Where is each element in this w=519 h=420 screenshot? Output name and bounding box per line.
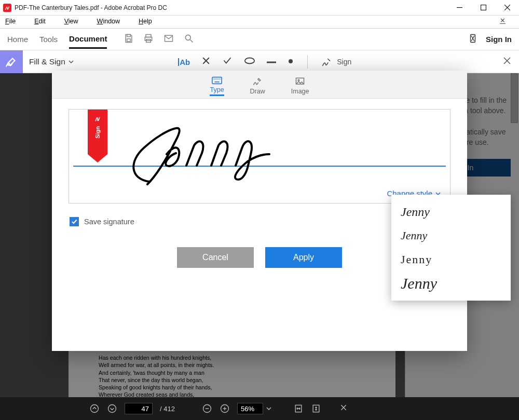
menu-file[interactable]: File	[5, 18, 25, 25]
svg-point-11	[186, 35, 191, 40]
fit-page-icon[interactable]	[311, 403, 321, 414]
menubar-close-icon[interactable]: ✕	[500, 17, 506, 24]
page-total: / 412	[160, 405, 175, 413]
menu-help[interactable]: Help	[139, 18, 161, 25]
zoom-in-icon[interactable]	[220, 403, 230, 414]
x-tool-icon[interactable]	[201, 56, 211, 67]
bottombar-close-icon[interactable]	[339, 403, 348, 414]
dot-tool-icon[interactable]	[288, 57, 294, 66]
sign-tool-label: Sign	[337, 58, 351, 66]
close-toolbar-icon[interactable]	[502, 56, 512, 67]
save-signature-label: Save signature	[84, 218, 134, 226]
tab-tools[interactable]: Tools	[39, 31, 58, 48]
scrollbar[interactable]	[511, 73, 518, 123]
dialog-tab-bar: Type Draw Image	[52, 71, 467, 99]
fit-width-icon[interactable]	[293, 403, 304, 414]
toolbar-divider	[307, 55, 308, 69]
page-up-icon[interactable]	[89, 403, 100, 414]
cancel-button[interactable]: Cancel	[177, 247, 254, 268]
image-icon	[294, 76, 306, 87]
minimize-button[interactable]	[447, 0, 471, 15]
search-icon[interactable]	[184, 33, 194, 46]
window-title: PDF-The Canterbury Tales.pdf - Adobe Acr…	[15, 4, 447, 11]
menu-window[interactable]: Window	[97, 18, 129, 25]
chevron-down-icon	[69, 59, 74, 64]
svg-rect-2	[481, 5, 486, 10]
fill-sign-badge-icon	[0, 50, 23, 73]
fill-sign-dropdown[interactable]: Fill & Sign	[29, 57, 74, 66]
signature-style-popup: Jenny Jenny Jenny Jenny	[391, 195, 511, 301]
apply-button[interactable]: Apply	[265, 247, 342, 268]
page-down-icon[interactable]	[107, 403, 117, 414]
sign-ribbon: Sign	[88, 110, 107, 154]
save-signature-checkbox[interactable]	[70, 217, 79, 226]
menu-bar: File Edit View Window Help ✕	[0, 16, 519, 27]
tab-home[interactable]: Home	[7, 31, 28, 48]
zoom-out-icon[interactable]	[202, 403, 212, 414]
svg-rect-34	[212, 77, 222, 84]
svg-point-18	[245, 58, 254, 63]
acrobat-logo-icon	[93, 114, 102, 123]
sign-tool[interactable]: Sign	[321, 56, 351, 67]
top-tab-bar: Home Tools Document Sign In	[0, 29, 519, 50]
maximize-button[interactable]	[471, 0, 495, 15]
signature-text	[119, 112, 306, 189]
zoom-dropdown-icon[interactable]	[266, 406, 271, 411]
style-option-4[interactable]: Jenny	[391, 272, 511, 295]
title-bar: PDF-The Canterbury Tales.pdf - Adobe Acr…	[0, 0, 519, 16]
style-option-2[interactable]: Jenny	[391, 224, 511, 248]
fill-sign-toolbar: Fill & Sign |Ab Sign	[0, 50, 519, 73]
circle-tool-icon[interactable]	[244, 57, 255, 67]
acrobat-icon	[3, 4, 11, 12]
print-icon[interactable]	[143, 33, 154, 46]
menu-view[interactable]: View	[64, 18, 88, 25]
signature-icon	[321, 56, 333, 67]
svg-point-23	[91, 405, 99, 413]
mail-icon[interactable]	[163, 33, 174, 46]
menu-edit[interactable]: Edit	[34, 18, 55, 25]
text-tool[interactable]: |Ab	[177, 57, 190, 66]
svg-rect-6	[127, 38, 131, 41]
page-number-input[interactable]	[125, 403, 153, 414]
check-tool-icon[interactable]	[222, 56, 233, 67]
svg-point-41	[298, 79, 299, 81]
style-option-1[interactable]: Jenny	[391, 200, 511, 224]
close-window-button[interactable]	[495, 0, 519, 15]
keyboard-icon	[211, 76, 223, 85]
zoom-input[interactable]	[237, 403, 263, 414]
save-icon[interactable]	[124, 33, 134, 46]
style-option-3[interactable]: Jenny	[391, 248, 511, 272]
signature-canvas[interactable]: Sign Change style	[69, 109, 450, 204]
svg-point-20	[289, 59, 293, 63]
dialog-tab-type[interactable]: Type	[210, 76, 224, 96]
line-tool-icon[interactable]	[267, 57, 276, 66]
dialog-tab-image[interactable]: Image	[291, 76, 309, 96]
svg-line-12	[190, 39, 193, 42]
svg-rect-5	[127, 34, 131, 36]
draw-icon	[252, 76, 263, 87]
svg-point-24	[108, 405, 116, 413]
sign-in-link[interactable]: Sign In	[486, 35, 512, 44]
dialog-tab-draw[interactable]: Draw	[250, 76, 265, 96]
bottom-bar: / 412	[0, 397, 519, 420]
tab-document[interactable]: Document	[69, 30, 107, 49]
mobile-link-icon[interactable]	[468, 33, 477, 46]
